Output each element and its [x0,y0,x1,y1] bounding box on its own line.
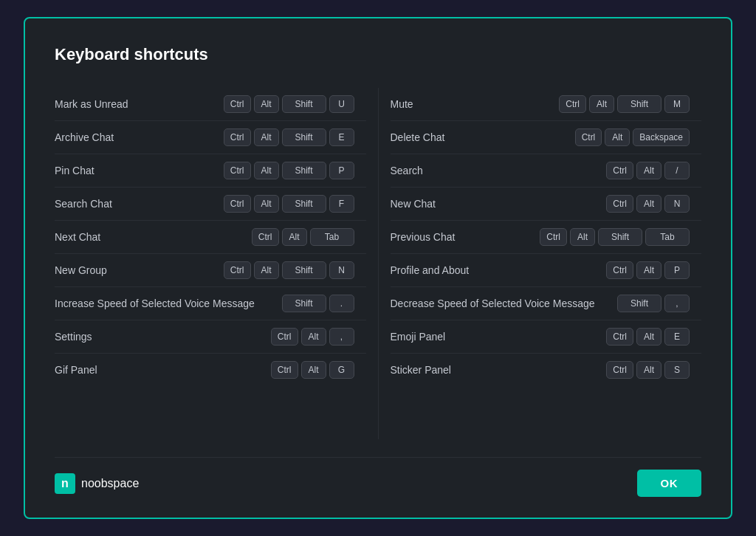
key-badge: Shift [282,195,326,213]
dialog-title: Keyboard shortcuts [55,45,701,64]
key-badge: Ctrl [224,128,251,146]
shortcut-label: Search Chat [55,198,224,210]
shortcut-keys: CtrlAltShiftE [224,128,354,146]
shortcut-row: Profile and AboutCtrlAltP [391,254,702,287]
shortcut-row: Mark as UnreadCtrlAltShiftU [55,88,366,121]
key-badge: E [329,128,354,146]
key-badge: Alt [301,328,326,346]
shortcut-row: New GroupCtrlAltShiftN [55,254,366,287]
key-badge: F [329,195,354,213]
shortcut-keys: CtrlAltE [606,328,690,346]
key-badge: Alt [254,195,279,213]
key-badge: Alt [636,195,662,213]
key-badge: , [329,328,354,346]
shortcut-row: Archive ChatCtrlAltShiftE [55,121,366,154]
key-badge: N [329,261,354,279]
key-badge: U [329,95,354,113]
shortcut-row: New ChatCtrlAltN [391,188,702,221]
shortcut-keys: CtrlAltShiftN [224,261,354,279]
key-badge: Alt [589,95,614,113]
shortcut-row: Decrease Speed of Selected Voice Message… [391,287,702,320]
shortcut-label: Settings [55,331,271,343]
shortcut-row: Previous ChatCtrlAltShiftTab [391,221,702,254]
shortcut-keys: CtrlAltShiftTab [540,228,690,246]
key-badge: N [664,195,690,213]
key-badge: Tab [310,228,354,246]
key-badge: Shift [617,295,662,312]
shortcut-label: Mark as Unread [55,98,224,110]
key-badge: Alt [636,361,662,379]
shortcut-row: Emoji PanelCtrlAltE [391,320,702,354]
key-badge: P [329,162,354,179]
shortcut-label: Delete Chat [391,131,575,143]
shortcut-keys: CtrlAltShiftF [224,195,354,213]
key-badge: Ctrl [224,261,251,279]
key-badge: . [329,295,354,312]
key-badge: S [664,361,690,379]
shortcut-keys: CtrlAltS [606,361,690,379]
key-badge: Ctrl [559,95,586,113]
brand-area: n noobspace [55,473,139,494]
key-badge: Shift [282,295,326,312]
key-badge: Shift [282,162,326,179]
shortcut-keys: CtrlAlt/ [606,162,690,179]
key-badge: Ctrl [606,162,633,179]
key-badge: Ctrl [224,195,251,213]
key-badge: Alt [254,261,279,279]
shortcuts-columns: Mark as UnreadCtrlAltShiftUArchive ChatC… [55,88,701,439]
shortcut-label: Pin Chat [55,165,224,176]
key-badge: Shift [282,261,326,279]
shortcut-label: Sticker Panel [391,364,607,376]
key-badge: Backspace [633,128,690,146]
shortcut-row: SearchCtrlAlt/ [391,154,702,188]
key-badge: Alt [301,361,326,379]
right-column: MuteCtrlAltShiftMDelete ChatCtrlAltBacks… [379,88,702,439]
shortcut-row: Increase Speed of Selected Voice Message… [55,287,366,320]
shortcut-row: Gif PanelCtrlAltG [55,354,366,386]
key-badge: Ctrl [252,228,279,246]
shortcut-label: Profile and About [391,264,607,276]
shortcut-keys: CtrlAltN [606,195,690,213]
key-badge: E [664,328,690,346]
shortcut-row: Search ChatCtrlAltShiftF [55,188,366,221]
key-badge: P [664,261,690,279]
key-badge: Shift [282,95,326,113]
shortcut-keys: Shift, [617,295,690,312]
key-badge: Alt [254,128,279,146]
key-badge: / [664,162,690,179]
key-badge: Alt [570,228,595,246]
key-badge: Shift [282,128,326,146]
shortcut-keys: CtrlAltShiftM [559,95,690,113]
shortcut-label: Decrease Speed of Selected Voice Message [391,298,618,309]
key-badge: Ctrl [271,328,298,346]
shortcut-label: Search [391,165,607,176]
shortcut-label: Previous Chat [391,231,540,243]
shortcut-row: Delete ChatCtrlAltBackspace [391,121,702,154]
key-badge: Alt [254,95,279,113]
ok-button[interactable]: OK [637,470,702,497]
dialog-footer: n noobspace OK [55,457,701,497]
shortcut-label: New Group [55,264,224,276]
key-badge: G [329,361,354,379]
keyboard-shortcuts-dialog: Keyboard shortcuts Mark as UnreadCtrlAlt… [24,17,732,519]
shortcut-keys: Shift. [282,295,354,312]
shortcut-row: Pin ChatCtrlAltShiftP [55,154,366,188]
shortcut-label: Increase Speed of Selected Voice Message [55,298,282,309]
key-badge: Alt [282,228,307,246]
key-badge: Ctrl [540,228,567,246]
shortcut-label: Next Chat [55,231,252,243]
key-badge: Ctrl [271,361,298,379]
key-badge: Alt [636,162,662,179]
shortcut-row: MuteCtrlAltShiftM [391,88,702,121]
shortcut-row: Sticker PanelCtrlAltS [391,354,702,386]
key-badge: Ctrl [224,162,251,179]
shortcut-label: Archive Chat [55,131,224,143]
key-badge: M [664,95,690,113]
key-badge: Shift [598,228,642,246]
key-badge: Ctrl [606,328,633,346]
key-badge: Alt [605,128,630,146]
shortcut-label: New Chat [391,198,607,210]
shortcut-keys: CtrlAltP [606,261,690,279]
shortcut-keys: CtrlAltTab [252,228,354,246]
shortcut-row: SettingsCtrlAlt, [55,320,366,354]
